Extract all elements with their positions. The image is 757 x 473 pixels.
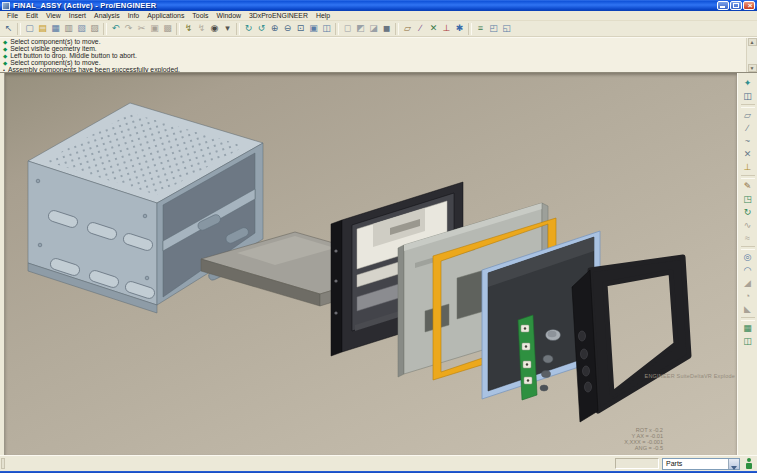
toolbar-icon-datum-csys[interactable]: ⊥ <box>440 22 453 35</box>
toolbar-icon-undo[interactable]: ↶ <box>109 22 122 35</box>
message-line: • Assembly components have been successf… <box>3 67 746 72</box>
message-bullet-icon: ◆ <box>3 39 7 46</box>
menu-item-edit[interactable]: Edit <box>22 11 42 21</box>
feature-icon-revolve-tool[interactable]: ↻ <box>741 206 755 219</box>
toolbar-icon-close-window[interactable]: ◱ <box>500 22 513 35</box>
toolbar-icon-datum-axes[interactable]: ∕ <box>414 22 427 35</box>
toolbar-icon-datum-planes[interactable]: ▱ <box>401 22 414 35</box>
feature-icon-datum-plane-tool[interactable]: ▱ <box>741 109 755 122</box>
spaceball-readout: ROT x -0.2 Y AX = -0.01 X,XXX = -0.001 A… <box>624 427 663 451</box>
toolbar-icon-refit[interactable]: ⊡ <box>294 22 307 35</box>
menu-item-file[interactable]: File <box>3 11 22 21</box>
part-chassis-cage[interactable] <box>28 103 263 313</box>
toolbar-icon-copy[interactable]: ▣ <box>148 22 161 35</box>
toolbar-icon-search[interactable]: ◉ <box>208 22 221 35</box>
main-toolbar: ↖ ▢ ▤ ▦ ▥ ▧ ▨ ↶ ↷ ✂ ▣ ▩ ↯ <box>0 21 757 37</box>
separator <box>741 104 755 108</box>
title-bar: FINAL_ASSY (Active) - Pro/ENGINEER × <box>0 0 757 11</box>
selection-filter-value: Parts <box>663 458 728 469</box>
menu-item-view[interactable]: View <box>42 11 65 21</box>
feature-icon-mirror-tool[interactable]: ◫ <box>741 335 755 348</box>
menu-item-tools[interactable]: Tools <box>188 11 212 21</box>
separator <box>17 23 21 35</box>
scroll-down-icon[interactable]: ▼ <box>748 64 757 72</box>
toolbar-icon-regen-manager[interactable]: ↯ <box>195 22 208 35</box>
feature-icon-hole-tool[interactable]: ◎ <box>741 251 755 264</box>
toolbar-icon-redo[interactable]: ↷ <box>122 22 135 35</box>
toolbar-icon-spin-center[interactable]: ✱ <box>453 22 466 35</box>
feature-icon-datum-point-tool[interactable]: ✕ <box>741 148 755 161</box>
selection-count-box <box>615 458 659 469</box>
separator <box>103 23 107 35</box>
graphics-viewport[interactable]: ENGINEER SuiteDeltaVR Explode ROT x -0.2… <box>5 73 737 455</box>
feature-toolbar: ✦ ◫ ▱ ∕ ~ ✕ ⊥ ✎ ◳ ↻ <box>737 73 757 455</box>
feature-icon-round-tool[interactable]: ◠ <box>741 264 755 277</box>
toolbar-icon-model-tree[interactable]: ≡ <box>474 22 487 35</box>
feature-icon-view-manager[interactable]: ◫ <box>741 90 755 103</box>
scroll-up-icon[interactable]: ▲ <box>748 38 757 46</box>
separator <box>335 23 339 35</box>
menu-item-3dxproengineer[interactable]: 3DxProENGINEER <box>245 11 312 21</box>
toolbar-icon-open[interactable]: ▤ <box>36 22 49 35</box>
menu-item-insert[interactable]: Insert <box>65 11 90 21</box>
toolbar-icon-save-copy[interactable]: ▧ <box>75 22 88 35</box>
toolbar-icon-no-hidden[interactable]: ◪ <box>367 22 380 35</box>
minimize-button[interactable] <box>717 1 729 10</box>
feature-icon-named-views[interactable]: ✦ <box>741 77 755 90</box>
separator <box>741 175 755 179</box>
feature-icon-coord-system-tool[interactable]: ⊥ <box>741 161 755 174</box>
menu-item-window[interactable]: Window <box>212 11 245 21</box>
menu-item-applications[interactable]: Applications <box>143 11 188 21</box>
part-front-bezel[interactable] <box>572 257 689 422</box>
feature-icon-pattern-tool[interactable]: ▦ <box>741 322 755 335</box>
proe-window: FINAL_ASSY (Active) - Pro/ENGINEER × Fil… <box>0 0 757 473</box>
toolbar-icon-regenerate[interactable]: ↯ <box>182 22 195 35</box>
toolbar-icon-search-menu[interactable]: ▾ <box>221 22 234 35</box>
selection-filter-combobox[interactable]: Parts <box>662 458 740 470</box>
feature-icon-extrude-tool[interactable]: ◳ <box>741 193 755 206</box>
toolbar-icon-paste[interactable]: ▩ <box>161 22 174 35</box>
toolbar-icon-new[interactable]: ▢ <box>23 22 36 35</box>
toolbar-icon-erase[interactable]: ▨ <box>88 22 101 35</box>
feature-icon-datum-curve-tool[interactable]: ~ <box>741 135 755 148</box>
close-button[interactable]: × <box>743 1 755 10</box>
toolbar-icon-saved-views[interactable]: ◫ <box>320 22 333 35</box>
toolbar-icon-shaded[interactable]: ◼ <box>380 22 393 35</box>
toolbar-icon-zoom-out[interactable]: ⊖ <box>281 22 294 35</box>
menu-item-info[interactable]: Info <box>124 11 144 21</box>
message-bullet-icon: • <box>3 67 5 72</box>
status-bar: Parts <box>0 455 757 471</box>
feature-icon-datum-axis-tool[interactable]: ∕ <box>741 122 755 135</box>
toolbar-icon-pan-zoom[interactable]: ↺ <box>255 22 268 35</box>
toolbar-icon-info-window[interactable]: ◰ <box>487 22 500 35</box>
message-line: ◆ Select component(s) to move. <box>3 39 746 46</box>
toolbar-icon-repaint[interactable]: ▣ <box>307 22 320 35</box>
toolbar-icon-datum-points[interactable]: ✕ <box>427 22 440 35</box>
message-scrollbar[interactable]: ▲ ▼ <box>746 38 757 72</box>
feature-icon-shell-tool[interactable]: ◔ <box>741 290 755 303</box>
menu-item-analysis[interactable]: Analysis <box>90 11 124 21</box>
toolbar-icon-save[interactable]: ▦ <box>49 22 62 35</box>
separator <box>236 23 240 35</box>
feature-icon-sweep-tool[interactable]: ∿ <box>741 219 755 232</box>
toolbar-icon-spin[interactable]: ↻ <box>242 22 255 35</box>
toolbar-icon-select[interactable]: ↖ <box>2 22 15 35</box>
message-text: Assembly components have been successful… <box>8 67 180 72</box>
message-line: ◆ Left button to drop. Middle button to … <box>3 53 746 60</box>
toolbar-icon-wireframe[interactable]: ◻ <box>341 22 354 35</box>
readout-line: ANG = -0.5 <box>624 445 663 451</box>
combobox-dropdown-icon[interactable] <box>728 459 739 469</box>
feature-icon-blend-tool[interactable]: ≈ <box>741 232 755 245</box>
message-bullet-icon: ◆ <box>3 60 7 67</box>
toolbar-icon-cut[interactable]: ✂ <box>135 22 148 35</box>
toolbar-icon-zoom-in[interactable]: ⊕ <box>268 22 281 35</box>
toolbar-icon-print[interactable]: ▥ <box>62 22 75 35</box>
feature-icon-sketch-tool[interactable]: ✎ <box>741 180 755 193</box>
feature-icon-chamfer-tool[interactable]: ◢ <box>741 277 755 290</box>
smart-filter-icon[interactable] <box>743 457 755 470</box>
separator <box>468 23 472 35</box>
toolbar-icon-hidden-line[interactable]: ◩ <box>354 22 367 35</box>
restore-button[interactable] <box>730 1 742 10</box>
feature-icon-draft-tool[interactable]: ◣ <box>741 303 755 316</box>
menu-item-help[interactable]: Help <box>312 11 334 21</box>
